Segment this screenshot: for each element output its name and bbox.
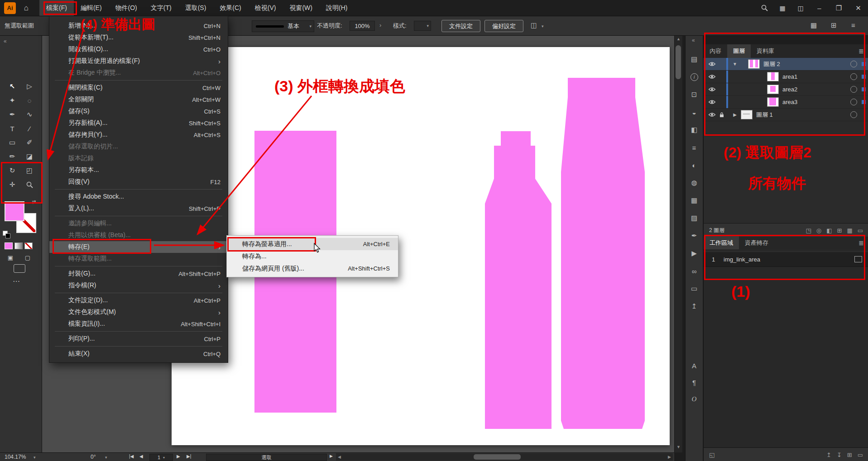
clipping-mask-icon[interactable]: ◧	[826, 227, 832, 234]
arrange-documents-icon[interactable]: ▦	[810, 21, 817, 29]
artboard-row[interactable]: 1 img_link_area	[704, 252, 868, 267]
layer-row-layer2[interactable]: ▼ 圖層 2	[704, 58, 868, 71]
opacity-popup-arrow-icon[interactable]: ›	[379, 22, 381, 29]
layer-name[interactable]: area3	[782, 99, 797, 105]
properties-icon[interactable]: ▤	[686, 53, 703, 65]
artboard-name[interactable]: img_link_area	[724, 256, 760, 263]
tab-properties[interactable]: 內容	[704, 44, 727, 58]
gradient-mode-chip[interactable]	[14, 242, 23, 249]
menu-object[interactable]: 物件(O)	[109, 0, 144, 16]
tab-libraries[interactable]: 資料庫	[751, 44, 780, 58]
target-circle-icon[interactable]	[850, 111, 857, 118]
document-layout-icon[interactable]: ⊞	[831, 21, 837, 29]
menu-item-file-info[interactable]: 檔案資訊(I)...Alt+Shift+Ctrl+I	[49, 318, 228, 330]
pencil-tool[interactable]: ✏	[5, 151, 19, 162]
collect-export-icon[interactable]: ◳	[806, 227, 811, 234]
move-up-icon[interactable]: ↥	[826, 451, 831, 458]
swap-fill-stroke-icon[interactable]: ⇄	[32, 199, 36, 205]
eraser-tool[interactable]: ◪	[23, 151, 36, 162]
edit-toolbar-icon[interactable]: ⋯	[13, 277, 20, 285]
document-setup-button[interactable]: 文件設定	[441, 20, 480, 32]
pen-tool[interactable]: ✒	[5, 109, 19, 120]
artboard-dropdown-icon[interactable]: ▾	[163, 456, 165, 460]
target-circle-icon[interactable]	[850, 61, 857, 67]
asset-export-icon[interactable]: ↥	[686, 300, 703, 312]
menu-file[interactable]: 檔案(F)	[39, 0, 74, 16]
lock-icon[interactable]	[717, 112, 726, 118]
restore-button[interactable]: ❐	[829, 0, 849, 16]
align-dropdown-icon[interactable]: ▾	[542, 24, 544, 29]
paragraph-icon[interactable]: ¶	[686, 376, 703, 388]
scale-tool[interactable]: ◰	[23, 165, 36, 176]
links-icon[interactable]: ∞	[686, 265, 703, 277]
opentype-icon[interactable]: O	[686, 393, 703, 405]
paintbrush-tool[interactable]: ✐	[23, 137, 36, 148]
style-field[interactable]: ▾	[414, 21, 431, 31]
next-artboard-icon[interactable]: ▶	[177, 454, 180, 459]
scroll-down-icon[interactable]: ▼	[676, 445, 681, 449]
default-colors-icon-2[interactable]	[5, 233, 10, 238]
menu-item-close-all[interactable]: 全部關閉Alt+Ctrl+W	[49, 94, 228, 105]
vertical-scroll-thumb[interactable]	[676, 45, 681, 79]
lasso-tool[interactable]: ◌	[23, 95, 36, 106]
status-popup-icon[interactable]: ▶	[330, 454, 333, 458]
last-artboard-icon[interactable]: ▶|	[187, 454, 191, 459]
visibility-eye-icon[interactable]	[706, 74, 717, 79]
minimize-button[interactable]: –	[810, 0, 829, 16]
menu-item-place[interactable]: 置入(L)...Shift+Ctrl+P	[49, 203, 228, 214]
layer-name[interactable]: area2	[782, 86, 797, 93]
visibility-eye-icon[interactable]	[706, 87, 717, 92]
draw-normal-icon[interactable]: ▣	[4, 252, 17, 263]
new-artboard-icon[interactable]: ⊞	[847, 451, 852, 458]
brushes-icon[interactable]: ✒	[686, 230, 703, 242]
zoom-level[interactable]: 104.17%	[5, 454, 26, 460]
menu-effect[interactable]: 效果(C)	[213, 0, 248, 16]
brush-dropdown-icon[interactable]: ▾	[309, 24, 312, 29]
transparency-icon[interactable]: ◐	[686, 159, 703, 171]
stroke-icon[interactable]: ≡	[686, 142, 703, 153]
menu-item-export[interactable]: 轉存(E)›	[49, 241, 228, 253]
curvature-tool[interactable]: ∿	[23, 109, 36, 120]
info-icon[interactable]: i	[686, 71, 703, 83]
menu-item-print[interactable]: 列印(P)...Ctrl+P	[49, 333, 228, 345]
screen-mode-icon[interactable]	[14, 264, 25, 273]
line-tool[interactable]: ∕	[23, 123, 36, 134]
appearance-icon[interactable]: ◍	[686, 177, 703, 189]
target-circle-icon[interactable]	[850, 86, 857, 93]
visibility-eye-icon[interactable]	[706, 112, 717, 117]
layer-thumbnail[interactable]	[741, 110, 753, 119]
tab-asset-export[interactable]: 資產轉存	[739, 236, 774, 250]
panel-menu-icon[interactable]: ≣	[858, 239, 864, 247]
menu-item-revert[interactable]: 回復(V)F12	[49, 176, 228, 188]
layer-name[interactable]: 圖層 2	[763, 60, 780, 68]
artboard-number-field[interactable]: 1 ▾	[149, 454, 173, 461]
rectangle-tool[interactable]: ▭	[5, 137, 19, 148]
tab-artboards[interactable]: 工作區域	[704, 236, 739, 250]
control-panel-menu-icon[interactable]: ≡	[851, 21, 855, 29]
selection-tool[interactable]: ↖	[5, 81, 19, 92]
menu-item-close[interactable]: 關閉檔案(C)Ctrl+W	[49, 82, 228, 94]
style-dropdown-icon[interactable]: ▾	[427, 24, 429, 28]
magic-wand-tool[interactable]: ✦	[5, 95, 19, 106]
menu-select[interactable]: 選取(S)	[178, 0, 213, 16]
close-button[interactable]: ✕	[849, 0, 868, 16]
scroll-up-icon[interactable]: ▲	[676, 37, 681, 41]
menu-item-scripts[interactable]: 指令檔(R)›	[49, 280, 228, 291]
delete-layer-icon[interactable]: ▭	[858, 227, 863, 234]
apps-grid-icon[interactable]: ▦	[773, 0, 791, 16]
layer-row-area3[interactable]: area3	[704, 96, 868, 109]
expand-panels-icon[interactable]: «	[692, 37, 695, 43]
layer-name[interactable]: area1	[782, 73, 797, 80]
locate-object-icon[interactable]: ◎	[816, 227, 821, 234]
prev-artboard-icon[interactable]: ◀	[139, 454, 143, 459]
selection-indicator[interactable]	[862, 62, 866, 66]
menu-item-document-setup[interactable]: 文件設定(D)...Alt+Ctrl+P	[49, 295, 228, 306]
move-down-icon[interactable]: ↧	[837, 451, 842, 458]
opacity-field[interactable]: 100%	[350, 21, 375, 31]
fill-color-swatch[interactable]	[5, 201, 24, 221]
menu-item-open-recent[interactable]: 打開最近使用過的檔案(F)›	[49, 55, 228, 67]
target-circle-icon[interactable]	[850, 73, 857, 80]
workspace-layout-icon[interactable]: ◫	[791, 0, 810, 16]
delete-artboard-icon[interactable]: ▭	[858, 451, 863, 458]
selection-indicator[interactable]	[862, 75, 866, 79]
